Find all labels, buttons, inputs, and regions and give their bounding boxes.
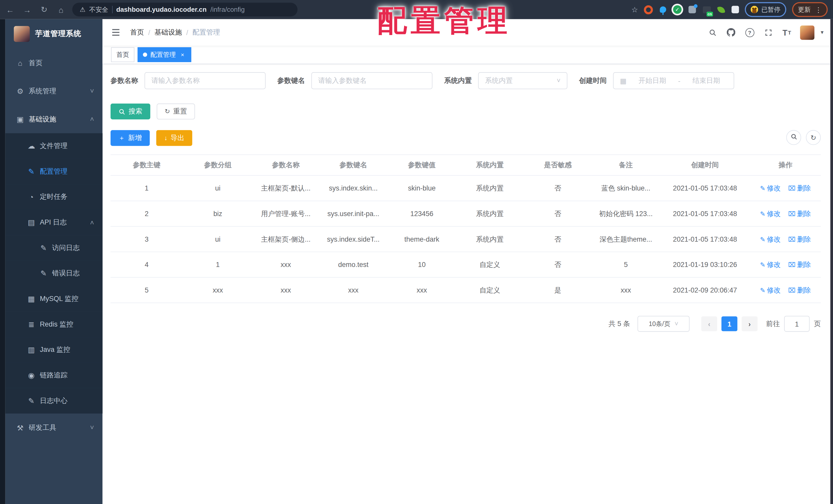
add-button[interactable]: ＋ 新增 [111, 130, 150, 146]
home-icon[interactable]: ⌂ [56, 5, 66, 14]
table-cell: 5 [592, 252, 660, 277]
table-cell: 否 [524, 201, 592, 227]
search-icon [118, 108, 125, 115]
edit-icon: ✎ [760, 235, 765, 243]
url-divider [112, 6, 113, 13]
orange-ring-extension-icon[interactable] [644, 5, 653, 14]
bookmark-star-icon[interactable]: ☆ [631, 5, 638, 14]
sidebar-item-Redis 监控[interactable]: ≣Redis 监控 [5, 312, 103, 337]
caret-down-icon[interactable]: ▼ [820, 30, 825, 35]
goto-page-input[interactable] [784, 316, 810, 332]
address-bar[interactable]: ⚠ 不安全 dashboard.yudao.iocoder.cn/infra/c… [72, 3, 298, 16]
home-icon: ⌂ [16, 58, 24, 67]
url-host: dashboard.yudao.iocoder.cn [116, 6, 207, 13]
green-leaf-extension-icon[interactable] [717, 5, 725, 14]
sidebar-item-基础设施[interactable]: ▣基础设施˄ [5, 105, 103, 133]
table-cell: 系统内置 [456, 201, 524, 227]
app-logo[interactable]: 芋道管理系统 [5, 19, 103, 49]
page-number-1[interactable]: 1 [721, 316, 737, 331]
system-builtin-select[interactable]: 系统内置 ˅ [478, 72, 567, 89]
help-icon[interactable]: ? [745, 28, 755, 37]
delete-link[interactable]: ⌧删除 [788, 183, 811, 193]
reload-icon[interactable]: ↻ [40, 5, 49, 14]
column-header-参数键值: 参数键值 [388, 155, 456, 175]
vertical-scrollbar[interactable] [830, 19, 833, 504]
search-button[interactable]: 搜索 [111, 104, 150, 120]
delete-link[interactable]: ⌧删除 [788, 285, 811, 295]
sidebar-item-配置管理[interactable]: ✎配置管理 [5, 159, 103, 184]
sidebar-item-日志中心[interactable]: ✎日志中心 [5, 388, 103, 413]
prev-page-button[interactable]: ‹ [701, 316, 717, 331]
page-content: 参数名称 请输入参数名称 参数键名 请输入参数键名 系统内置 系统内置 ˅ 创建… [103, 64, 833, 504]
edit-link[interactable]: ✎修改 [760, 285, 781, 295]
sidebar-item-MySQL 监控[interactable]: ▦MySQL 监控 [5, 286, 103, 312]
param-key-label: 参数键名 [278, 76, 305, 85]
delete-link[interactable]: ⌧删除 [788, 209, 811, 218]
reset-button[interactable]: ↻ 重置 [157, 104, 195, 120]
sidebar-item-定时任务[interactable]: ◔定时任务 [5, 184, 103, 210]
java-icon: ▥ [27, 346, 35, 354]
blue-pin-extension-icon[interactable] [660, 6, 666, 13]
puzzle-extensions-icon[interactable] [732, 6, 739, 13]
refresh-icon: ↻ [810, 133, 816, 142]
table-cell: 否 [524, 175, 592, 201]
page-size-select[interactable]: 10条/页 ˅ [638, 316, 689, 332]
table-cell: 10 [388, 252, 456, 277]
delete-link[interactable]: ⌧删除 [788, 260, 811, 269]
edit-link[interactable]: ✎修改 [760, 183, 781, 193]
sidebar-item-API 日志[interactable]: ▤API 日志˄ [5, 210, 103, 235]
user-avatar[interactable] [800, 25, 814, 40]
close-tab-icon[interactable]: × [179, 51, 186, 58]
green-check-extension-icon[interactable] [673, 5, 682, 14]
edit-link[interactable]: ✎修改 [760, 209, 781, 218]
table-cell: skin-blue [388, 175, 456, 201]
edit-link[interactable]: ✎修改 [760, 260, 781, 269]
sidebar-item-首页[interactable]: ⌂首页 [5, 49, 103, 77]
sidebar-item-链路追踪[interactable]: ◉链路追踪 [5, 362, 103, 388]
browser-nav-buttons: ←→↻⌂ [5, 5, 66, 14]
export-button[interactable]: ↓ 导出 [156, 130, 192, 146]
table-cell: 2021-02-09 20:06:47 [660, 277, 750, 303]
sidebar-item-Java 监控[interactable]: ▥Java 监控 [5, 337, 103, 362]
font-size-icon[interactable]: TT [782, 28, 791, 37]
search-toggle-button[interactable] [786, 130, 801, 145]
forward-icon[interactable]: → [22, 5, 32, 14]
cn-badge-extension-icon[interactable]: cn [703, 6, 711, 13]
tab-配置管理[interactable]: 配置管理× [138, 47, 191, 62]
sidebar-item-文件管理[interactable]: ☁文件管理 [5, 133, 103, 159]
back-icon[interactable]: ← [5, 5, 15, 14]
system-builtin-label: 系统内置 [444, 76, 472, 85]
sidebar-item-研发工具[interactable]: ⚒研发工具˅ [5, 413, 103, 442]
browser-update-button[interactable]: 更新 ⋮ [792, 2, 828, 17]
paused-extension-badge[interactable]: 已暂停 [745, 2, 786, 17]
create-time-label: 创建时间 [579, 76, 607, 85]
column-header-参数键名: 参数键名 [319, 155, 388, 175]
sidebar-item-系统管理[interactable]: ⚙系统管理˅ [5, 77, 103, 105]
sidebar-item-访问日志[interactable]: ✎访问日志 [5, 235, 103, 261]
sidebar-toggle-icon[interactable] [111, 27, 122, 38]
github-icon[interactable] [726, 28, 736, 37]
param-key-input[interactable]: 请输入参数键名 [311, 72, 432, 89]
table-cell: 2021-01-05 17:03:48 [660, 175, 750, 201]
edit-link[interactable]: ✎修改 [760, 234, 781, 244]
kebab-menu-icon[interactable]: ⋮ [815, 6, 822, 14]
search-icon[interactable] [708, 28, 717, 37]
sidebar-item-错误日志[interactable]: ✎错误日志 [5, 260, 103, 286]
param-name-input[interactable]: 请输入参数名称 [145, 72, 266, 89]
breadcrumb-item-首页[interactable]: 首页 [130, 28, 144, 37]
table-cell: biz [183, 201, 253, 227]
next-page-button[interactable]: › [742, 316, 758, 331]
tab-首页[interactable]: 首页 [111, 47, 134, 62]
refresh-button[interactable]: ↻ [806, 130, 821, 145]
table-cell: 初始化密码 123... [592, 201, 660, 227]
search-toggle-icon [790, 133, 797, 142]
gray-blue-extension-icon[interactable] [688, 6, 696, 13]
redis-icon: ≣ [27, 320, 35, 329]
date-range-picker[interactable]: ▦ 开始日期 - 结束日期 [613, 72, 734, 89]
app-title: 芋道管理系统 [35, 29, 81, 39]
fullscreen-icon[interactable] [763, 28, 773, 37]
table-row: 5xxxxxxxxxxxx自定义是xxx2021-02-09 20:06:47✎… [111, 277, 821, 303]
breadcrumb-item-基础设施[interactable]: 基础设施 [154, 28, 182, 37]
delete-link[interactable]: ⌧删除 [788, 234, 811, 244]
table-cell: 主框架页-默认... [253, 175, 318, 201]
